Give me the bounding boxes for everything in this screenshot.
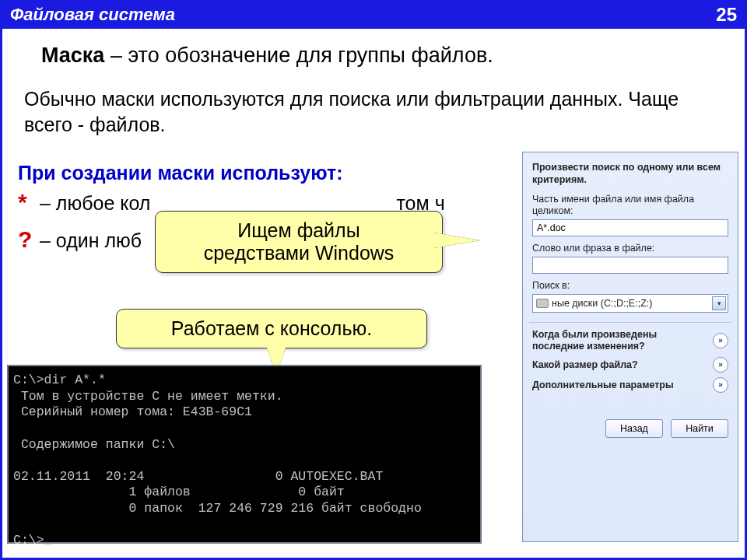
callout2-text: Работаем с консолью.	[171, 317, 372, 339]
intro-rest: – это обозначение для группы файлов.	[104, 44, 493, 67]
slide: Файловая система 25 Маска – это обозначе…	[0, 0, 747, 560]
expander-when-modified-label: Когда были произведены последние изменен…	[532, 329, 707, 352]
callout1-line2: средствами Windows	[170, 242, 428, 264]
combo-lookin[interactable]: ные диски (C:;D:;E:;Z:) ▾	[532, 294, 728, 313]
expander-advanced[interactable]: Дополнительные параметры »	[532, 377, 728, 393]
question-symbol: ?	[18, 226, 33, 253]
title-bar: Файловая система 25	[2, 2, 745, 29]
input-phrase[interactable]	[532, 257, 728, 274]
expander-advanced-label: Дополнительные параметры	[532, 380, 674, 391]
callout-console: Работаем с консолью.	[116, 309, 427, 348]
callout-windows-search: Ищем файлы средствами Windows	[155, 211, 443, 273]
intro-line: Маска – это обозначение для группы файло…	[41, 43, 729, 68]
label-partname: Часть имени файла или имя файла целиком:	[532, 194, 728, 217]
expander-when-modified[interactable]: Когда были произведены последние изменен…	[532, 329, 728, 352]
windows-search-panel: Произвести поиск по одному или всем крит…	[522, 152, 738, 542]
search-buttons: Назад Найти	[532, 397, 728, 438]
input-partname[interactable]	[532, 219, 728, 236]
separator	[529, 322, 731, 323]
disk-icon	[536, 299, 549, 308]
callout1-tail	[433, 233, 480, 248]
callout1-line1: Ищем файлы	[170, 219, 428, 242]
chevron-icon: »	[713, 333, 728, 348]
expander-file-size[interactable]: Какой размер файла? »	[532, 357, 728, 373]
search-panel-header: Произвести поиск по одному или всем крит…	[532, 162, 728, 186]
bullet-asterisk-text-start: – любое кол	[40, 192, 150, 215]
bullet-question-text: – один люб	[40, 229, 142, 252]
combo-lookin-text: ные диски (C:;D:;E:;Z:)	[552, 298, 709, 309]
paragraph-2: Обычно маски используются для поиска или…	[24, 86, 729, 137]
content-area: Маска – это обозначение для группы файло…	[2, 29, 745, 558]
console-output: C:\>dir A*.* Том в устройстве C не имеет…	[7, 365, 482, 544]
slide-number: 25	[716, 4, 737, 26]
asterisk-symbol: *	[18, 189, 33, 215]
chevron-icon: »	[713, 377, 728, 393]
intro-bold: Маска	[41, 44, 104, 67]
back-button[interactable]: Назад	[605, 419, 663, 438]
dropdown-button[interactable]: ▾	[712, 296, 726, 310]
chevron-icon: »	[713, 357, 728, 373]
find-button[interactable]: Найти	[671, 419, 728, 438]
label-lookin: Поиск в:	[532, 280, 728, 292]
expander-file-size-label: Какой размер файла?	[532, 359, 638, 371]
label-phrase: Слово или фраза в файле:	[532, 243, 728, 254]
slide-title: Файловая система	[10, 5, 175, 25]
